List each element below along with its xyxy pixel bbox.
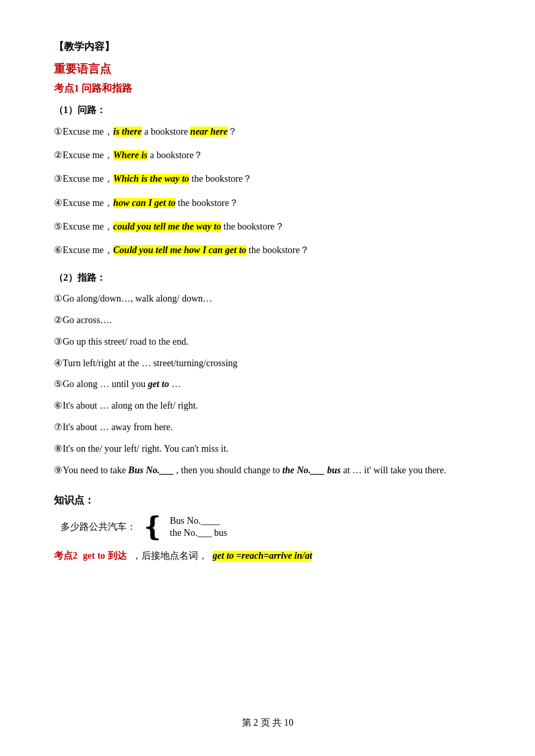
sentence-4-suffix: ？ — [229, 198, 239, 208]
sentence-2-highlight: Where is — [113, 150, 148, 160]
sentence-1-suffix: ？ — [228, 127, 237, 137]
sentence-6: ⑥Excuse me，Could you tell me how I can g… — [54, 242, 481, 259]
direction-5: ⑤Go along … until you get to … — [54, 376, 481, 392]
sentence-6-suffix: ？ — [300, 245, 309, 255]
sentence-2-suffix: ？ — [193, 150, 203, 160]
main-title: 重要语言点 — [54, 61, 481, 77]
brace-icon: ❴ — [141, 514, 164, 541]
page-footer: 第 2 页 共 10 — [0, 717, 535, 729]
bus-item-1: Bus No.____ — [170, 516, 227, 526]
sentence-3: ③Excuse me，Which is the way to the books… — [54, 170, 481, 187]
sentence-5-prefix: ⑤Excuse me， — [54, 221, 113, 232]
sentence-5-middle: the bookstore — [221, 221, 274, 232]
sentence-6-middle: the bookstore — [247, 245, 300, 255]
direction-7: ⑦It's about … away from here. — [54, 419, 481, 436]
kaodian2-line: 考点2 get to 到达，后接地点名词， get to =reach=arri… — [54, 550, 481, 562]
bus-label: 多少路公共汽车： — [61, 521, 136, 533]
kaodian2-comma: ，后接地点名词， — [132, 550, 208, 562]
kaodian2-label: 考点2 — [54, 550, 77, 562]
sentence-4: ④Excuse me，how can I get to the bookstor… — [54, 195, 481, 211]
sentence-1-prefix: ①Excuse me， — [54, 127, 113, 137]
sentence-4-middle: the bookstore — [176, 198, 229, 208]
sentence-5: ⑤Excuse me，could you tell me the way to … — [54, 218, 481, 235]
knowledge-title: 知识点： — [54, 494, 481, 507]
direction-2: ②Go across…. — [54, 312, 481, 329]
section-title: 【教学内容】 — [54, 40, 481, 53]
direction-8: ⑧It's on the/ your left/ right. You can'… — [54, 441, 481, 457]
sentence-5-suffix: ？ — [275, 221, 284, 232]
sentence-1-highlight1: is there — [113, 127, 141, 137]
bus-item-2: the No.___ bus — [170, 528, 227, 539]
kaodian2-get-to: get to 到达 — [83, 550, 127, 562]
direction-3: ③Go up this street/ road to the end. — [54, 334, 481, 350]
sentence-2: ②Excuse me，Where is a bookstore？ — [54, 147, 481, 164]
sentence-2-prefix: ②Excuse me， — [54, 150, 113, 160]
sentence-3-highlight: Which is the way to — [113, 174, 189, 184]
direction-1: ①Go along/down…, walk along/ down… — [54, 291, 481, 307]
directions-label: （2）指路： — [54, 272, 481, 284]
sentence-3-prefix: ③Excuse me， — [54, 174, 113, 184]
sentence-6-highlight: Could you tell me how I can get to — [113, 245, 247, 255]
sentence-4-prefix: ④Excuse me， — [54, 198, 113, 208]
sentence-3-middle: the bookstore — [189, 174, 243, 184]
direction-6: ⑥It's about … along on the left/ right. — [54, 398, 481, 414]
sentence-1: ①Excuse me，is there a bookstore near her… — [54, 123, 481, 140]
direction-9: ⑨You need to take Bus No.___ , then you … — [54, 462, 481, 479]
kaodian1-label: 考点1 问路和指路 — [54, 82, 481, 95]
sentence-6-prefix: ⑥Excuse me， — [54, 245, 113, 255]
sentence-1-middle: a bookstore — [141, 127, 190, 137]
sentence-1-highlight2: near here — [190, 127, 228, 137]
kaodian2-highlight: get to =reach=arrive in/at — [213, 551, 313, 561]
sentence-4-highlight: how can I get to — [113, 198, 176, 208]
asking-label: （1）问路： — [54, 104, 481, 116]
sentence-3-suffix: ？ — [243, 174, 252, 184]
direction-4: ④Turn left/right at the … street/turning… — [54, 355, 481, 372]
sentence-5-highlight: could you tell me the way to — [113, 221, 221, 232]
sentence-2-middle: a bookstore — [148, 150, 193, 160]
